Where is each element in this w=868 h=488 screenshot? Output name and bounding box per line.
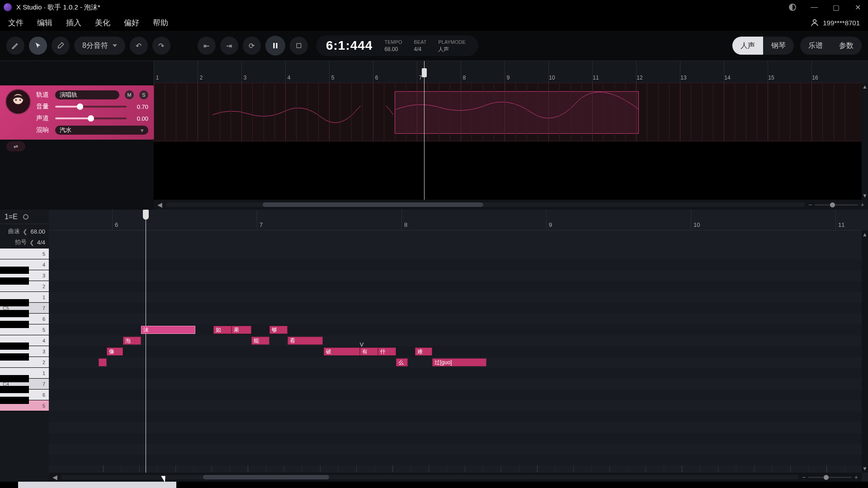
svg-point-0 [813,19,816,23]
note[interactable]: 破 [324,347,360,356]
menu-file[interactable]: 文件 [8,18,24,28]
menu-help[interactable]: 帮助 [153,18,168,28]
seg-params[interactable]: 参数 [831,37,862,55]
piano-black-key[interactable] [0,386,29,393]
pan-slider[interactable] [55,117,127,119]
pr-vscroll-up-icon[interactable]: ▲ [862,230,868,239]
zoom-out-icon[interactable]: − [808,201,812,208]
seg-score[interactable]: 乐谱 [800,37,831,55]
pr-tempo-value[interactable]: 68.00 [30,228,45,235]
track-options-button[interactable]: ⇌ [6,141,25,151]
note[interactable]: 什 [378,347,396,356]
note[interactable]: 够 [269,326,288,334]
menu-beautify[interactable]: 美化 [95,18,110,28]
theme-toggle[interactable] [786,0,799,14]
piano-roll-ruler[interactable]: 67891011 [49,210,862,230]
pr-zoom-in-icon[interactable]: + [854,474,858,481]
empty-lane[interactable] [154,141,862,200]
piano-black-key[interactable] [0,277,29,285]
zoom-in-icon[interactable]: + [861,201,864,208]
note[interactable]: 果 [231,326,251,334]
voice-instrument-toggle[interactable]: 人声 钢琴 [732,37,794,55]
piano-black-key[interactable] [0,343,29,350]
reverb-select[interactable]: 汽水▾ [55,126,148,135]
tempo-value[interactable]: 68.00 [384,46,402,53]
menu-preferences[interactable]: 偏好 [124,18,139,28]
redo-button[interactable]: ↷ [152,37,170,55]
note[interactable]: 有 [360,347,378,356]
eraser-tool[interactable] [52,37,70,55]
stop-button[interactable] [290,37,308,55]
close-button[interactable]: ✕ [851,0,864,14]
to-start-button[interactable]: ⇤ [198,37,216,55]
solo-button[interactable]: S [139,90,148,99]
playmode-value[interactable]: 人声 [438,46,465,53]
note[interactable]: 像 [107,347,123,356]
note[interactable]: 能 [251,337,269,345]
arrangement-hscroll[interactable]: ◀ ▶ [154,200,868,210]
piano-black-key[interactable] [0,267,29,274]
pr-scroll-left-icon[interactable]: ◀ [52,474,57,481]
note[interactable]: 过[guo] [432,358,486,366]
piano-black-key[interactable] [0,321,29,328]
piano-black-key[interactable] [0,353,29,361]
seg-piano[interactable]: 钢琴 [763,37,794,55]
menu-edit[interactable]: 编辑 [37,18,52,28]
play-pause-button[interactable] [265,36,285,56]
menu-insert[interactable]: 插入 [66,18,81,28]
maximize-button[interactable]: ▢ [829,0,843,14]
arrangement-vscroll[interactable]: ▲ ▼ [862,83,868,200]
track-name-field[interactable]: 演唱轨 [55,90,119,99]
note[interactable] [99,358,107,366]
transport-display: 6:1:444 TEMPO68.00 BEAT4/4 PLAYMODE人声 [316,35,478,56]
note[interactable]: 沫 [141,326,195,334]
mute-button[interactable]: M [125,90,134,99]
key-signature[interactable]: 1=E [5,213,18,221]
piano-keyboard[interactable]: 543217C56543217C465 [0,249,49,473]
key-mode-icon[interactable] [23,214,28,220]
note[interactable]: 么 [396,358,408,366]
minimize-button[interactable]: — [807,0,821,14]
quantize-select[interactable]: 8分音符 [74,37,125,55]
note[interactable]: 难 [415,347,432,356]
score-param-toggle[interactable]: 乐谱 参数 [800,37,862,55]
singer-avatar[interactable] [5,89,31,114]
undo-button[interactable]: ↶ [130,37,148,55]
vscroll-down-icon[interactable]: ▼ [862,192,868,200]
note[interactable]: 如 [213,326,231,334]
volume-slider[interactable] [55,106,127,108]
arrangement-playhead[interactable] [424,61,425,210]
breath-mark[interactable]: V [358,341,365,348]
piano-roll-hscroll[interactable]: ◀ ▶ [49,473,862,482]
piano-key[interactable]: 5 [0,249,49,259]
piano-roll-zoom[interactable]: − + [798,473,862,482]
volume-label: 音量 [36,103,52,111]
piano-black-key[interactable] [0,299,29,306]
piano-black-key[interactable] [0,375,29,382]
waveform-preview [212,106,393,124]
track-header[interactable]: 轨道 演唱轨 M S 音量 0.70 声道 0.00 混响 汽水▾ [0,85,154,140]
user-account[interactable]: 199****8701 [810,18,860,27]
vscroll-up-icon[interactable]: ▲ [862,83,868,91]
bottom-panel-tab[interactable] [18,482,176,488]
piano-black-key[interactable] [0,397,29,404]
arrangement-zoom[interactable]: − + [805,200,868,210]
seg-voice[interactable]: 人声 [732,37,763,55]
track-lane[interactable] [154,83,868,141]
pr-vscroll-down-icon[interactable]: ▼ [862,465,868,473]
scroll-left-icon[interactable]: ◀ [157,201,162,208]
pr-zoom-out-icon[interactable]: − [802,474,806,481]
pencil-tool[interactable] [6,37,24,55]
piano-roll-playhead[interactable] [146,210,146,473]
to-end-button[interactable]: ⇥ [220,37,238,55]
arrangement-ruler[interactable]: 12345678910111213141516 [154,61,868,83]
pr-beat-value[interactable]: 4/4 [37,239,45,246]
pointer-tool[interactable] [29,37,47,55]
note[interactable]: 看 [288,337,323,345]
note[interactable]: 泡 [123,337,141,345]
piano-black-key[interactable] [0,310,29,317]
beat-value[interactable]: 4/4 [414,46,427,53]
track-clip[interactable] [395,91,639,134]
piano-roll-vscroll[interactable]: ▲ ▼ [862,230,868,473]
loop-button[interactable]: ⟳ [243,37,261,55]
